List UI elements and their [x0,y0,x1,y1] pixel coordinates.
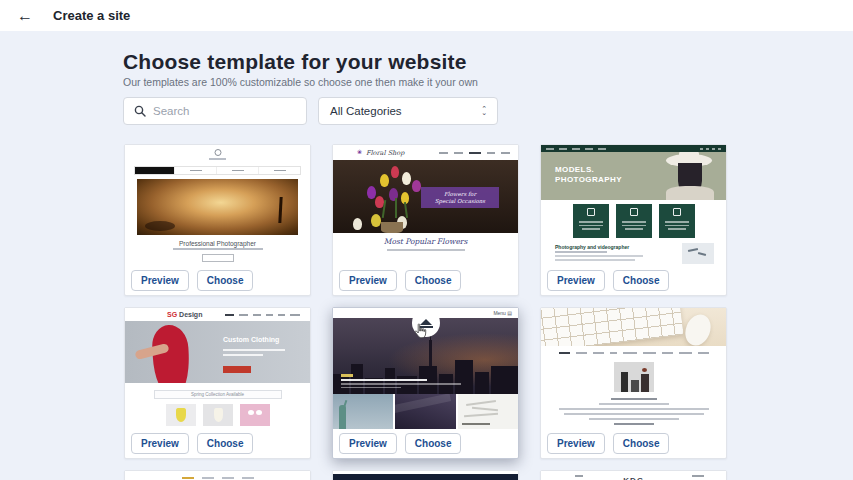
template-card-keyboard-business[interactable]: Preview Choose [540,307,727,459]
office-bw-photo [614,362,654,392]
category-dropdown[interactable]: All Categories ⌃⌄ [318,97,498,125]
mouse-shape [681,311,715,346]
tulip-bouquet-photo: Flowers for Special Occasions [333,160,518,233]
app-window: ← Create a site Choose template for your… [0,0,853,480]
hero-banner: Custom Clothing [125,321,310,383]
template-card-floral-shop[interactable]: ❀ Floral Shop [332,144,519,296]
thumb-navbar [541,352,726,354]
template-thumbnail [541,308,726,429]
preview-button[interactable]: Preview [339,270,397,291]
product-thumbnails [166,404,270,426]
preview-button[interactable]: Preview [547,433,605,454]
preview-button[interactable]: Preview [339,433,397,454]
template-card-partial-2[interactable] [332,470,519,480]
main-area: Choose template for your website Our tem… [0,31,853,480]
sunset-field-photo [137,179,298,235]
thumb-navbar [541,145,726,152]
feature-tiles [573,204,695,238]
template-thumbnail: Professional Photographer [125,145,310,266]
choose-button[interactable]: Choose [613,433,670,454]
search-icon [134,105,146,117]
section-subtitle: Our templates are 100% customizable so c… [123,76,478,88]
thumb-logo-text: SG Design [167,311,202,318]
thumb-navbar [125,477,310,479]
thumb-logo-icon [214,149,221,156]
hero-cta-button [223,366,251,373]
promo-banner: Flowers for Special Occasions [421,187,499,208]
mouse-cursor-icon [413,323,427,339]
thumb-navbar [333,474,518,480]
thumbnail-strip [333,394,518,429]
hero-banner: MODELS.PHOTOGRAPHY [541,152,726,200]
thumb-logo-text: Floral Shop [366,149,404,157]
choose-button[interactable]: Choose [197,270,254,291]
topbar: ← Create a site [0,0,853,31]
template-card-city-blog[interactable]: Menu ▤ [332,307,519,459]
thumb-caption: Most Popular Flowers [333,237,518,246]
chevron-up-down-icon: ⌃⌄ [481,107,487,115]
statue-of-liberty-photo [333,394,393,429]
choose-button[interactable]: Choose [197,433,254,454]
template-grid: Professional Photographer Preview Choose… [124,144,727,480]
hero-text-overlay [341,374,461,389]
keyboard-desk-photo [541,308,726,346]
template-thumbnail: SG Design Custom Clothing Spring Collect… [125,308,310,429]
choose-button[interactable]: Choose [405,270,462,291]
template-card-photographer[interactable]: Professional Photographer Preview Choose [124,144,311,296]
preview-button[interactable]: Preview [131,433,189,454]
keyboard-shape [541,308,684,346]
back-icon[interactable]: ← [17,8,33,24]
thumb-logo-text: KDC [541,476,726,480]
template-card-sg-design[interactable]: SG Design Custom Clothing Spring Collect… [124,307,311,459]
thumb-navbar [134,166,301,175]
preview-button[interactable]: Preview [547,270,605,291]
night-sky-photo [395,394,455,429]
section-title-text: Photography and videographer [555,244,629,250]
template-thumbnail: ❀ Floral Shop [333,145,518,266]
thumb-menu-label: Menu ▤ [493,310,512,316]
page-title: Create a site [53,8,130,23]
choose-button[interactable]: Choose [613,270,670,291]
template-card-kdc[interactable]: KDC [540,470,727,480]
thumb-text-lines [541,398,726,425]
flower-logo-icon: ❀ [357,149,362,155]
thumb-cta-button [202,254,234,262]
section-heading: Choose template for your website [123,50,467,74]
category-selected-value: All Categories [330,105,402,117]
template-thumbnail: Menu ▤ [333,308,518,429]
template-card-partial-1[interactable] [124,470,311,480]
thumb-title: Professional Photographer [125,240,310,247]
preview-button[interactable]: Preview [131,270,189,291]
search-box[interactable] [123,97,307,125]
choose-button[interactable]: Choose [405,433,462,454]
thumb-photo [682,243,714,264]
search-input[interactable] [153,105,293,117]
template-card-models-photography[interactable]: MODELS.PHOTOGRAPHY Photography and video… [540,144,727,296]
promo-banner: Spring Collection Available [154,390,282,399]
template-thumbnail: MODELS.PHOTOGRAPHY Photography and video… [541,145,726,266]
sketch-image [458,394,518,429]
